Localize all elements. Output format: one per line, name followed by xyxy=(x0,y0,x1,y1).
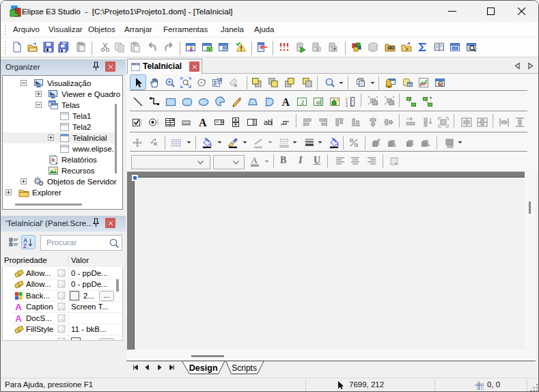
svg-text:Design: Design xyxy=(189,363,218,373)
svg-text:A: A xyxy=(281,96,290,107)
svg-text:A: A xyxy=(199,117,207,128)
svg-text:Z: Z xyxy=(23,242,27,249)
svg-text:A: A xyxy=(251,156,258,165)
svg-text:1.0: 1.0 xyxy=(452,46,457,50)
svg-text:Scripts: Scripts xyxy=(232,363,257,373)
svg-text:2: 2 xyxy=(220,77,222,81)
svg-text:(5: (5 xyxy=(82,42,86,46)
svg-text:A: A xyxy=(15,302,22,312)
svg-text:0: 0 xyxy=(346,104,348,108)
svg-text:.2: .2 xyxy=(299,99,305,106)
svg-text:al: al xyxy=(316,99,321,106)
svg-text:A: A xyxy=(15,313,22,324)
svg-text:ab: ab xyxy=(264,118,272,126)
